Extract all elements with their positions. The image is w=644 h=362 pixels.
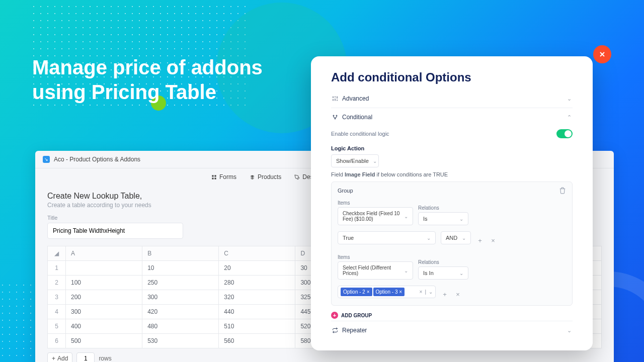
- relations-label-2: Relations: [418, 259, 468, 265]
- svg-point-14: [336, 115, 337, 116]
- accordion-repeater[interactable]: Repeater ⌄: [331, 321, 573, 339]
- row-index: 4: [48, 305, 66, 319]
- table-cell[interactable]: 10: [142, 261, 219, 276]
- col-A[interactable]: A: [66, 246, 142, 261]
- nav-products[interactable]: Products: [250, 173, 281, 180]
- table-cell[interactable]: 200: [66, 290, 142, 305]
- delete-group-icon[interactable]: [559, 187, 566, 194]
- app-name: Aco - Product Options & Addons: [54, 156, 140, 163]
- table-cell[interactable]: 20: [219, 261, 295, 276]
- accordion-advanced[interactable]: Advanced ⌄: [331, 89, 573, 108]
- svg-point-15: [335, 118, 336, 119]
- table-cell[interactable]: 500: [66, 334, 142, 348]
- remove-condition-icon[interactable]: ×: [489, 236, 497, 244]
- remove-condition-icon-2[interactable]: ×: [454, 290, 462, 298]
- row-index: 3: [48, 290, 66, 305]
- group-label: Group: [338, 188, 353, 194]
- relations-select-1[interactable]: Is⌄: [418, 212, 468, 225]
- svg-point-13: [333, 115, 334, 116]
- logic-action-label: Logic Action: [331, 145, 573, 151]
- items-label-1: Items: [338, 200, 413, 206]
- table-cell[interactable]: 560: [219, 334, 295, 348]
- svg-rect-2: [212, 177, 213, 179]
- logic-action-select[interactable]: Show/Enable⌄: [331, 154, 379, 167]
- close-modal-button[interactable]: [593, 45, 611, 63]
- items-select-2[interactable]: Select Field (Different Prices)⌄: [338, 261, 413, 280]
- row-index: 6: [48, 334, 66, 348]
- table-cell[interactable]: 510: [219, 319, 295, 334]
- repeat-icon: [332, 327, 338, 333]
- add-rows-button[interactable]: + Add: [47, 352, 72, 362]
- table-cell[interactable]: 400: [66, 319, 142, 334]
- items-select-1[interactable]: Checkbox Field (Fixed 10 Fee) ($10.00)⌄: [338, 207, 413, 225]
- title-input[interactable]: [47, 223, 183, 239]
- andor-select-1[interactable]: AND⌄: [441, 231, 471, 244]
- plus-circle-icon: +: [331, 312, 338, 319]
- add-condition-icon-2[interactable]: +: [441, 290, 449, 298]
- table-cell[interactable]: 280: [219, 276, 295, 290]
- conditional-options-modal: Add conditional Options Advanced ⌄ Condi…: [311, 56, 593, 350]
- modal-title: Add conditional Options: [331, 70, 573, 84]
- nav-forms[interactable]: Forms: [211, 173, 236, 180]
- condition-group: Group Items Checkbox Field (Fixed 10 Fee…: [331, 182, 573, 306]
- svg-rect-3: [214, 177, 216, 179]
- items-label-2: Items: [338, 254, 413, 260]
- table-cell[interactable]: 440: [219, 305, 295, 319]
- close-icon: [598, 50, 606, 58]
- add-group-button[interactable]: + ADD GROUP: [331, 312, 573, 319]
- table-cell[interactable]: 300: [66, 305, 142, 319]
- clear-tags-icon[interactable]: ×: [420, 289, 423, 295]
- add-condition-icon[interactable]: +: [476, 236, 484, 244]
- chevron-down-icon: ⌄: [567, 96, 572, 102]
- table-cell[interactable]: 320: [219, 290, 295, 305]
- dropdown-icon[interactable]: ⌄: [429, 289, 433, 295]
- condition-hint: Field Image Field if below conditions ar…: [331, 171, 573, 177]
- sliders-icon: [332, 96, 338, 102]
- chevron-down-icon: ⌄: [567, 327, 572, 334]
- enable-logic-toggle[interactable]: [556, 129, 573, 138]
- relations-select-2[interactable]: Is In⌄: [418, 266, 468, 280]
- relations-label-1: Relations: [418, 205, 468, 211]
- table-cell[interactable]: [66, 261, 142, 276]
- row-index: 1: [48, 261, 66, 276]
- accordion-conditional[interactable]: Conditional ⌃: [331, 108, 573, 126]
- app-logo-icon: ↘: [43, 156, 50, 163]
- rows-label: rows: [99, 355, 111, 362]
- svg-rect-0: [212, 175, 213, 176]
- table-corner: ◢: [48, 246, 66, 261]
- add-rows-count[interactable]: [76, 352, 95, 362]
- table-cell[interactable]: 480: [142, 319, 219, 334]
- col-B[interactable]: B: [142, 246, 219, 261]
- table-cell[interactable]: 420: [142, 305, 219, 319]
- table-cell[interactable]: 100: [66, 276, 142, 290]
- row-index: 5: [48, 319, 66, 334]
- enable-logic-label: Enable conditional logic: [331, 131, 389, 137]
- value-select-1[interactable]: True⌄: [338, 231, 436, 244]
- hero-title: Manage price of addons using Pricing Tab…: [32, 55, 263, 105]
- table-cell[interactable]: 300: [142, 290, 219, 305]
- selected-tag[interactable]: Option - 2 ×: [341, 288, 372, 296]
- table-cell[interactable]: 250: [142, 276, 219, 290]
- col-C[interactable]: C: [219, 246, 295, 261]
- row-index: 2: [48, 276, 66, 290]
- branch-icon: [332, 114, 338, 120]
- svg-rect-1: [214, 175, 216, 176]
- value-multiselect-2[interactable]: Option - 2 × Option - 3 × ×|⌄: [338, 286, 436, 298]
- chevron-up-icon: ⌃: [567, 114, 572, 121]
- table-cell[interactable]: 530: [142, 334, 219, 348]
- selected-tag[interactable]: Option - 3 ×: [373, 288, 405, 296]
